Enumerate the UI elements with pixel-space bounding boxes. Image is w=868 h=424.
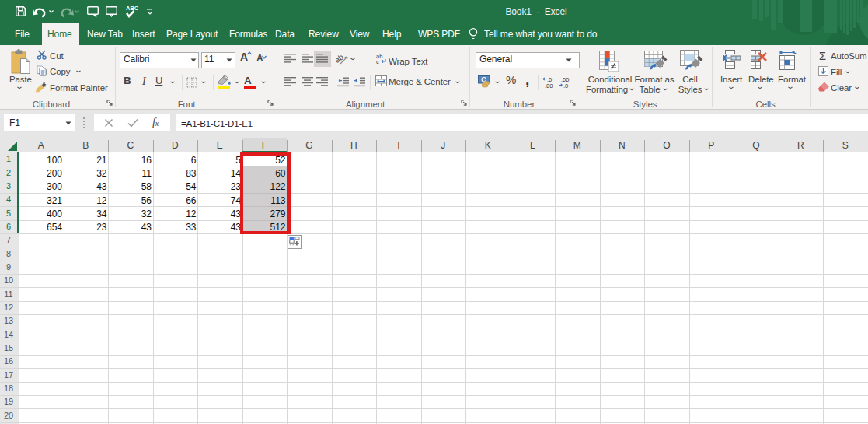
- svg-text:ABC: ABC: [126, 5, 139, 12]
- svg-text:c: c: [376, 58, 379, 65]
- svg-text:.0: .0: [563, 82, 568, 89]
- svg-text:.00: .00: [545, 82, 553, 89]
